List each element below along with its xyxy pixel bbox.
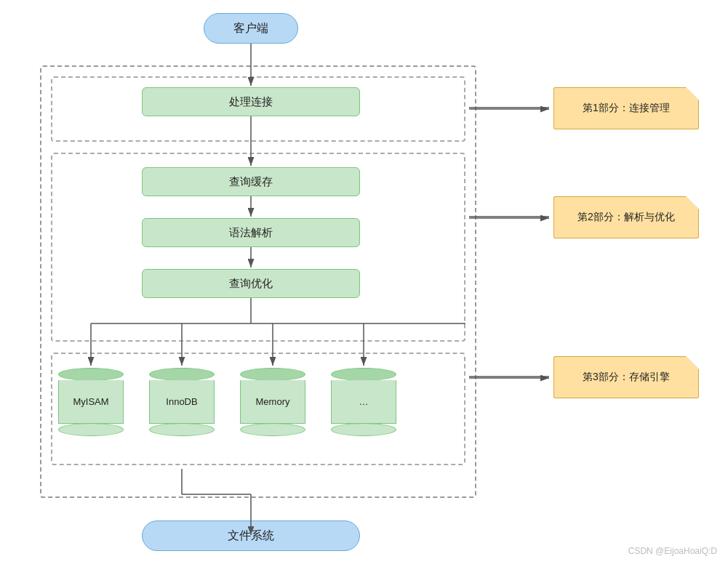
parse-node: 语法解析	[142, 218, 360, 247]
diagram-container: 客户端 处理连接 查询缓存 语法解析 查询优化 MyISAM InnoDB Me…	[0, 0, 728, 567]
cyl-memory-label: Memory	[256, 396, 290, 407]
parse-label: 语法解析	[229, 226, 273, 240]
cylinder-myisam: MyISAM	[58, 367, 124, 437]
watermark: CSDN @EijoaHoaiQ:D	[628, 546, 717, 556]
note2-label: 第2部分：解析与优化	[577, 211, 675, 224]
fs-label: 文件系统	[228, 528, 274, 544]
cyl-bottom	[240, 423, 305, 436]
note1-label: 第1部分：连接管理	[583, 102, 670, 115]
cyl-top	[240, 368, 305, 381]
note3-label: 第3部分：存储引擎	[583, 371, 670, 384]
note-card-2: 第2部分：解析与优化	[553, 196, 699, 238]
cyl-bottom	[331, 423, 396, 436]
optim-node: 查询优化	[142, 269, 360, 298]
cyl-body: Memory	[240, 380, 305, 424]
cache-node: 查询缓存	[142, 167, 360, 196]
cyl-body: …	[331, 380, 396, 424]
handle-label: 处理连接	[229, 95, 273, 109]
note-card-3: 第3部分：存储引擎	[553, 356, 699, 398]
client-node: 客户端	[204, 13, 298, 44]
cyl-top	[149, 368, 215, 381]
optim-label: 查询优化	[229, 277, 273, 291]
cyl-body: MyISAM	[58, 380, 124, 424]
cyl-dots-label: …	[359, 396, 369, 407]
cylinder-innodb: InnoDB	[149, 367, 215, 437]
cyl-top	[58, 368, 124, 381]
cyl-top	[331, 368, 396, 381]
cylinder-memory: Memory	[240, 367, 305, 437]
note-card-1: 第1部分：连接管理	[553, 87, 699, 129]
cyl-innodb-label: InnoDB	[166, 396, 197, 407]
client-label: 客户端	[233, 21, 268, 36]
cyl-bottom	[58, 423, 124, 436]
cache-label: 查询缓存	[229, 175, 273, 189]
cylinder-dots: …	[331, 367, 396, 437]
cyl-bottom	[149, 423, 215, 436]
cyl-myisam-label: MyISAM	[73, 396, 108, 407]
filesystem-node: 文件系统	[142, 520, 360, 551]
cyl-body: InnoDB	[149, 380, 215, 424]
handle-node: 处理连接	[142, 87, 360, 116]
